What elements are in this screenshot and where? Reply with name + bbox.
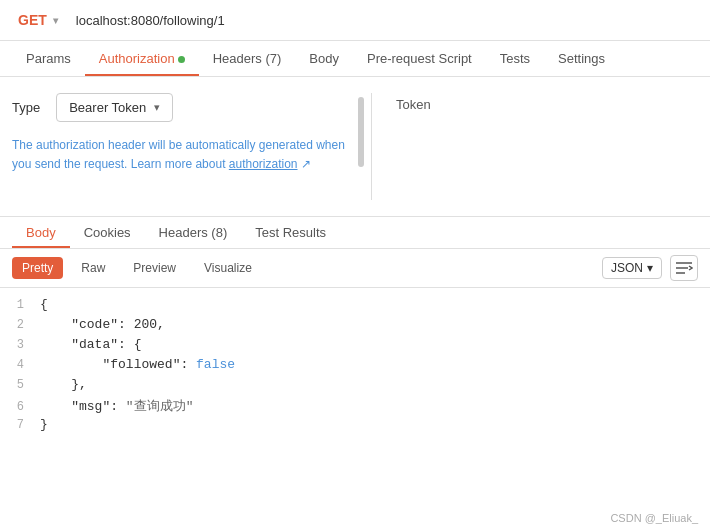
line-num-4: 4 <box>0 358 40 372</box>
code-content-5: }, <box>40 377 87 392</box>
tab-tests[interactable]: Tests <box>486 41 544 76</box>
code-content-3: "data": { <box>40 337 141 352</box>
format-tab-visualize[interactable]: Visualize <box>194 257 262 279</box>
body-tab-body[interactable]: Body <box>12 217 70 248</box>
type-row: Type Bearer Token ▾ <box>12 93 355 122</box>
bearer-chevron-icon: ▾ <box>154 101 160 114</box>
json-format-select[interactable]: JSON ▾ <box>602 257 662 279</box>
code-content-2: "code": 200, <box>40 317 165 332</box>
code-section: 1 { 2 "code": 200, 3 "data": { 4 "follow… <box>0 288 710 532</box>
response-format-bar: Pretty Raw Preview Visualize JSON ▾ <box>0 249 710 288</box>
wrap-icon <box>675 261 693 275</box>
code-content-4: "followed": false <box>40 357 235 372</box>
type-label: Type <box>12 100 40 115</box>
line-num-6: 6 <box>0 400 40 414</box>
url-input[interactable] <box>72 9 698 32</box>
code-line-7: 7 } <box>0 416 710 436</box>
code-content-7: } <box>40 417 48 432</box>
method-label: GET <box>18 12 47 28</box>
body-tab-cookies[interactable]: Cookies <box>70 217 145 248</box>
code-line-3: 3 "data": { <box>0 336 710 356</box>
tab-settings[interactable]: Settings <box>544 41 619 76</box>
bearer-label: Bearer Token <box>69 100 146 115</box>
line-num-3: 3 <box>0 338 40 352</box>
authorization-dot <box>178 56 185 63</box>
tab-authorization[interactable]: Authorization <box>85 41 199 76</box>
tab-body[interactable]: Body <box>295 41 353 76</box>
token-label: Token <box>396 97 698 112</box>
url-bar: GET ▾ <box>0 0 710 41</box>
auth-right-panel: Token <box>372 93 698 200</box>
tab-params[interactable]: Params <box>12 41 85 76</box>
code-line-2: 2 "code": 200, <box>0 316 710 336</box>
auth-section: Type Bearer Token ▾ The authorization he… <box>0 77 710 217</box>
scroll-indicator[interactable] <box>358 97 364 167</box>
line-num-5: 5 <box>0 378 40 392</box>
response-tabs: Body Cookies Headers (8) Test Results <box>0 217 710 249</box>
method-select[interactable]: GET ▾ <box>12 8 64 32</box>
format-tab-raw[interactable]: Raw <box>71 257 115 279</box>
code-line-4: 4 "followed": false <box>0 356 710 376</box>
format-tab-pretty[interactable]: Pretty <box>12 257 63 279</box>
watermark: CSDN @_Eliuak_ <box>610 512 698 524</box>
auth-description: The authorization header will be automat… <box>12 136 355 174</box>
code-area: 1 { 2 "code": 200, 3 "data": { 4 "follow… <box>0 288 710 444</box>
line-num-7: 7 <box>0 418 40 432</box>
bearer-token-select[interactable]: Bearer Token ▾ <box>56 93 173 122</box>
format-tab-preview[interactable]: Preview <box>123 257 186 279</box>
code-line-1: 1 { <box>0 296 710 316</box>
tab-pre-request-script[interactable]: Pre-request Script <box>353 41 486 76</box>
json-chevron-icon: ▾ <box>647 261 653 275</box>
line-num-1: 1 <box>0 298 40 312</box>
wrap-lines-button[interactable] <box>670 255 698 281</box>
code-content-6: "msg": "查询成功" <box>40 397 193 415</box>
authorization-link[interactable]: authorization <box>229 157 298 171</box>
code-line-5: 5 }, <box>0 376 710 396</box>
auth-left-panel: Type Bearer Token ▾ The authorization he… <box>12 93 372 200</box>
body-tab-headers[interactable]: Headers (8) <box>145 217 242 248</box>
tab-headers[interactable]: Headers (7) <box>199 41 296 76</box>
code-content-1: { <box>40 297 48 312</box>
body-tab-test-results[interactable]: Test Results <box>241 217 340 248</box>
code-line-6: 6 "msg": "查询成功" <box>0 396 710 416</box>
request-tabs: Params Authorization Headers (7) Body Pr… <box>0 41 710 77</box>
method-chevron-icon: ▾ <box>53 15 58 26</box>
json-label: JSON <box>611 261 643 275</box>
line-num-2: 2 <box>0 318 40 332</box>
app-container: GET ▾ Params Authorization Headers (7) B… <box>0 0 710 532</box>
